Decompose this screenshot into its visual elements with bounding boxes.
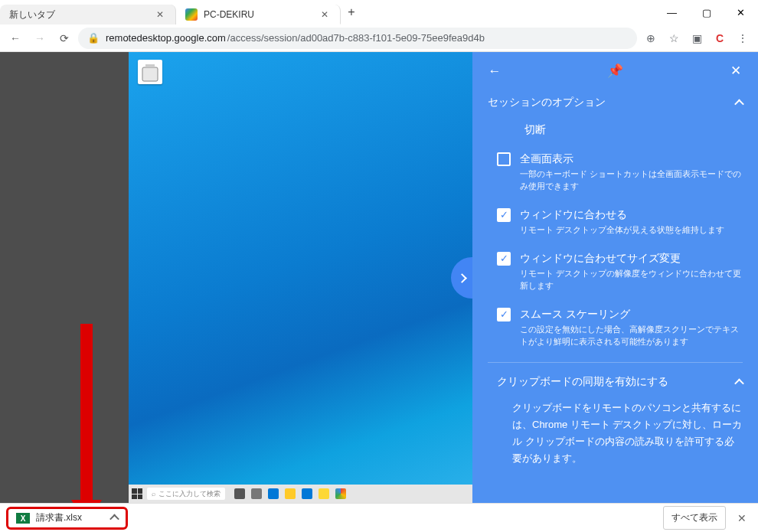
svg-rect-1 xyxy=(145,64,155,67)
chrome-icon[interactable] xyxy=(335,488,346,499)
option-desc: リモート デスクトップ全体が見える状態を維持します xyxy=(520,224,724,237)
forward-button[interactable]: → xyxy=(29,28,51,49)
tab-active[interactable]: PC-DEKIRU ✕ xyxy=(176,5,341,24)
url-field[interactable]: 🔒 remotedesktop.google.com /access/sessi… xyxy=(78,28,637,49)
session-options-panel: ← 📌 ✕ セッションのオプション 切断 全画面表示 一部のキーボード ショート… xyxy=(472,52,758,503)
svg-text:X: X xyxy=(21,514,26,523)
back-button[interactable]: ← xyxy=(5,28,26,49)
remote-desktop-content: ⌕ ここに入力して検索 ← 📌 ✕ xyxy=(0,52,758,503)
download-filename: 請求書.xlsx xyxy=(36,511,82,524)
install-app-icon[interactable]: ⊕ xyxy=(640,28,662,49)
start-button[interactable] xyxy=(132,488,142,499)
close-icon[interactable]: ✕ xyxy=(319,9,331,20)
new-tab-button[interactable]: + xyxy=(341,0,362,24)
download-bar: X 請求書.xlsx すべて表示 ✕ xyxy=(0,503,758,532)
tab-label: PC-DEKIRU xyxy=(204,9,254,20)
extension-icon[interactable]: ▣ xyxy=(686,28,707,49)
menu-icon[interactable]: ⋮ xyxy=(732,28,753,49)
option-fit-window[interactable]: ✓ ウィンドウに合わせる リモート デスクトップ全体が見える状態を維持します xyxy=(488,201,743,244)
option-desc: 一部のキーボード ショートカットは全画面表示モードでのみ使用できます xyxy=(520,168,743,193)
search-placeholder: ここに入力して検索 xyxy=(158,489,221,499)
annotation-arrow xyxy=(80,324,102,503)
window-controls: — ▢ ✕ xyxy=(655,0,758,24)
address-bar: ← → ⟳ 🔒 remotedesktop.google.com /access… xyxy=(0,24,758,52)
show-all-downloads-button[interactable]: すべて表示 xyxy=(663,506,726,530)
checkbox-checked-icon[interactable]: ✓ xyxy=(497,208,511,222)
edge-icon[interactable] xyxy=(268,488,279,499)
profile-icon[interactable]: C xyxy=(709,28,730,49)
url-domain: remotedesktop.google.com xyxy=(106,32,226,44)
close-window-button[interactable]: ✕ xyxy=(724,0,758,24)
option-title: ウィンドウに合わせてサイズ変更 xyxy=(520,252,743,266)
maximize-button[interactable]: ▢ xyxy=(689,0,724,24)
browser-titlebar: 新しいタブ ✕ PC-DEKIRU ✕ + — ▢ ✕ xyxy=(0,0,758,24)
close-icon[interactable]: ✕ xyxy=(154,9,166,20)
download-item[interactable]: X 請求書.xlsx xyxy=(6,507,128,530)
divider xyxy=(488,362,743,363)
close-download-bar-button[interactable]: ✕ xyxy=(732,512,752,524)
tab-strip: 新しいタブ ✕ PC-DEKIRU ✕ + xyxy=(0,0,655,24)
task-view-icon[interactable] xyxy=(234,488,245,499)
reload-button[interactable]: ⟳ xyxy=(54,28,75,49)
svg-rect-0 xyxy=(142,67,158,81)
recycle-bin-icon[interactable] xyxy=(138,60,162,84)
option-desc: リモート デスクトップの解像度をウィンドウに合わせて更新します xyxy=(520,268,743,292)
bookmark-icon[interactable]: ☆ xyxy=(663,28,684,49)
option-smooth-scaling[interactable]: ✓ スムース スケーリング この設定を無効にした場合、高解像度スクリーンでテキス… xyxy=(488,300,743,356)
cortana-icon[interactable] xyxy=(251,488,262,499)
clipboard-title: クリップボードの同期を有効にする xyxy=(497,375,668,389)
url-path: /access/session/ad00ad7b-c883-f101-5e09-… xyxy=(227,32,485,44)
tab-new[interactable]: 新しいタブ ✕ xyxy=(0,5,176,24)
checkbox-icon[interactable] xyxy=(497,152,511,166)
option-title: ウィンドウに合わせる xyxy=(520,208,724,222)
disconnect-button[interactable]: 切断 xyxy=(488,116,743,145)
panel-top-bar: ← 📌 ✕ xyxy=(472,52,758,86)
clipboard-section-header[interactable]: クリップボードの同期を有効にする xyxy=(488,369,743,395)
clipboard-body: クリップボードをリモートのパソコンと共有するには、Chrome リモート デスク… xyxy=(488,395,743,467)
checkbox-checked-icon[interactable]: ✓ xyxy=(497,252,511,266)
mail-icon[interactable] xyxy=(319,488,329,499)
option-resize-window[interactable]: ✓ ウィンドウに合わせてサイズ変更 リモート デスクトップの解像度をウィンドウに… xyxy=(488,244,743,300)
option-title: スムース スケーリング xyxy=(520,308,743,321)
option-desc: この設定を無効にした場合、高解像度スクリーンでテキストがより鮮明に表示される可能… xyxy=(520,324,743,348)
favicon-icon xyxy=(185,8,198,21)
section-title: セッションのオプション xyxy=(488,96,606,109)
chevron-right-icon xyxy=(459,270,466,286)
search-icon: ⌕ xyxy=(152,490,155,498)
close-panel-button[interactable]: ✕ xyxy=(727,63,744,79)
panel-back-button[interactable]: ← xyxy=(486,64,503,79)
excel-file-icon: X xyxy=(16,511,30,525)
checkbox-checked-icon[interactable]: ✓ xyxy=(497,308,511,321)
option-fullscreen[interactable]: 全画面表示 一部のキーボード ショートカットは全画面表示モードでのみ使用できます xyxy=(488,145,743,201)
option-title: 全画面表示 xyxy=(520,152,743,166)
store-icon[interactable] xyxy=(302,488,312,499)
tab-label: 新しいタブ xyxy=(9,8,55,21)
panel-section-header[interactable]: セッションのオプション xyxy=(488,90,743,116)
explorer-icon[interactable] xyxy=(285,488,296,499)
chevron-up-icon[interactable] xyxy=(111,513,118,524)
chevron-up-icon xyxy=(736,376,743,388)
chevron-up-icon xyxy=(736,96,743,109)
taskbar-search[interactable]: ⌕ ここに入力して検索 xyxy=(147,488,225,500)
lock-icon: 🔒 xyxy=(87,32,100,44)
taskbar-icons xyxy=(234,488,346,499)
pin-icon[interactable]: 📌 xyxy=(607,63,624,79)
minimize-button[interactable]: — xyxy=(655,0,689,24)
